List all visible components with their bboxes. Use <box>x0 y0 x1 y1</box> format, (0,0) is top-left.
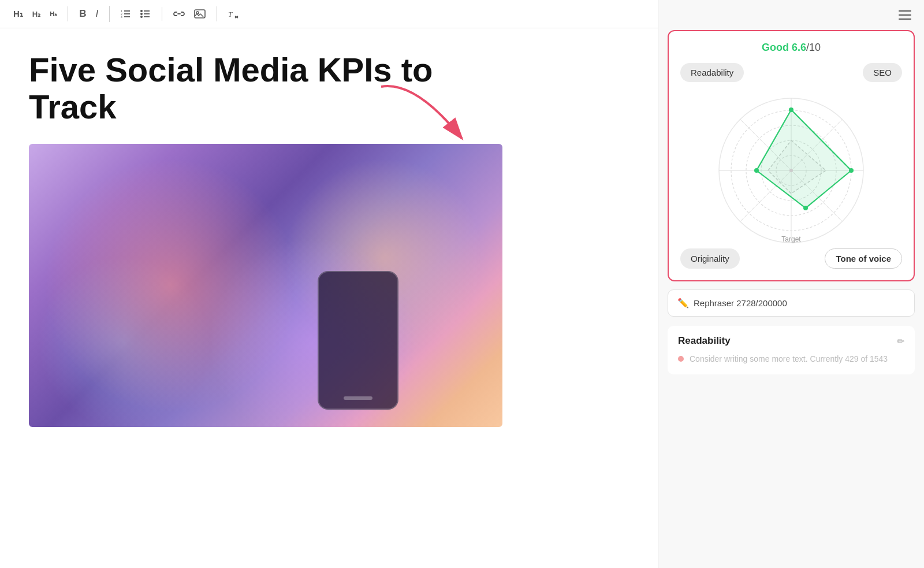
radar-chart: Target <box>716 87 866 248</box>
clear-format-button[interactable]: T <box>225 7 241 21</box>
editor-content[interactable]: Five Social Media KPIs to Track <box>0 28 658 568</box>
text-format-group: B I <box>76 6 110 22</box>
readability-tab[interactable]: Readability <box>680 63 744 82</box>
h2-button[interactable]: H₂ <box>29 8 43 21</box>
originality-tab[interactable]: Originality <box>680 248 740 269</box>
sidebar-header <box>658 0 924 30</box>
unordered-list-button[interactable] <box>137 7 154 21</box>
phone-shape <box>318 271 398 410</box>
rephraser-icon: ✏️ <box>677 298 689 309</box>
score-value: 6.6 <box>792 42 806 53</box>
ordered-list-button[interactable]: 1 2 3 <box>118 7 134 21</box>
score-card: Good 6.6/10 Readability SEO <box>668 30 915 281</box>
italic-button[interactable]: I <box>92 6 101 22</box>
svg-point-33 <box>789 169 793 172</box>
list-group: 1 2 3 <box>118 7 162 21</box>
svg-point-10 <box>140 13 143 15</box>
menu-icon[interactable] <box>896 8 914 22</box>
svg-text:T: T <box>228 10 233 18</box>
svg-point-30 <box>849 168 854 173</box>
h1-button[interactable]: H₁ <box>10 6 26 21</box>
editor-panel: H₁ H₂ H₃ B I 1 2 3 <box>0 0 658 568</box>
sidebar: Good 6.6/10 Readability SEO <box>658 0 924 568</box>
svg-point-9 <box>140 10 143 12</box>
svg-point-31 <box>803 206 808 210</box>
readability-section-title: Readability <box>678 335 731 347</box>
tone-of-voice-tab[interactable]: Tone of voice <box>825 248 902 269</box>
link-button[interactable] <box>170 8 188 20</box>
svg-point-29 <box>789 107 793 112</box>
heading-group: H₁ H₂ H₃ <box>10 6 68 21</box>
score-denom: /10 <box>806 42 821 53</box>
readability-dot-icon <box>678 356 684 362</box>
target-label: Target <box>781 235 801 243</box>
svg-point-11 <box>140 16 143 18</box>
insert-group <box>170 6 217 21</box>
readability-section-header: Readability ✏ <box>678 335 904 347</box>
svg-point-32 <box>754 168 759 173</box>
svg-point-13 <box>196 12 199 14</box>
editor-toolbar: H₁ H₂ H₃ B I 1 2 3 <box>0 0 658 28</box>
score-status: Good <box>762 42 792 53</box>
radar-chart-container: Target <box>680 87 902 248</box>
readability-edit-icon[interactable]: ✏ <box>897 336 904 347</box>
score-title: Good 6.6/10 <box>680 42 902 54</box>
h3-button[interactable]: H₃ <box>47 8 59 20</box>
rephraser-bar[interactable]: ✏️ Rephraser 2728/200000 <box>668 289 915 317</box>
readability-item: Consider writing some more text. Current… <box>678 354 904 365</box>
rephraser-label: Rephraser 2728/200000 <box>694 298 787 308</box>
clear-format-group: T <box>225 7 249 21</box>
readability-section: Readability ✏ Consider writing some more… <box>668 326 915 374</box>
image-button[interactable] <box>191 6 208 21</box>
seo-tab[interactable]: SEO <box>863 63 902 82</box>
article-image <box>29 144 502 427</box>
svg-text:3: 3 <box>121 15 122 18</box>
svg-rect-12 <box>195 10 205 18</box>
readability-item-text: Consider writing some more text. Current… <box>690 354 888 365</box>
article-title: Five Social Media KPIs to Track <box>29 51 433 125</box>
bold-button[interactable]: B <box>76 6 89 22</box>
